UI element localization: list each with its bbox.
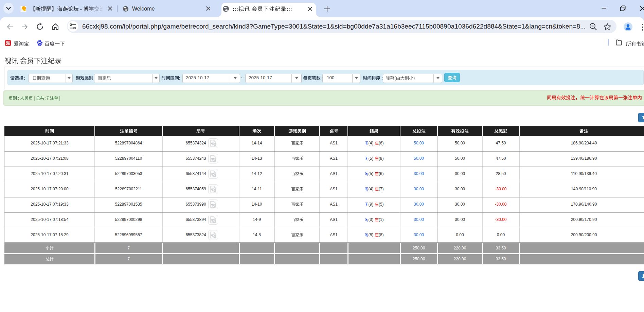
svg-text:du: du bbox=[39, 44, 41, 46]
